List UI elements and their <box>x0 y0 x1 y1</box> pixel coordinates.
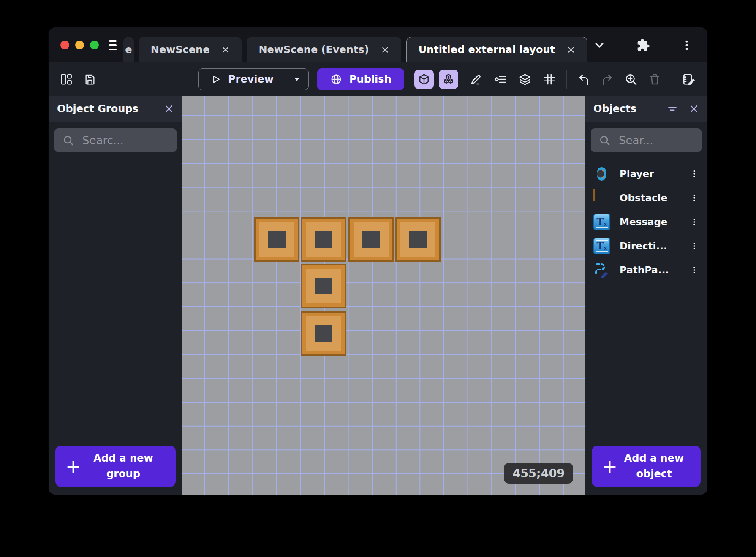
preview-button-label: Preview <box>228 73 274 85</box>
edit-scene-properties-icon[interactable] <box>682 72 696 87</box>
text-object-icon: Tx <box>593 238 610 254</box>
obstacle-tile-instance[interactable] <box>348 217 394 262</box>
open-panels-layout-icon[interactable] <box>60 73 73 86</box>
select-object-cube-tool[interactable] <box>414 70 434 89</box>
object-options-kebab-icon[interactable] <box>687 265 702 275</box>
player-icon <box>593 165 610 182</box>
object-row-message[interactable]: Tx Message <box>593 210 702 234</box>
object-groups-panel: Object Groups Searc... + Add a new group <box>49 96 182 495</box>
objects-panel-footer: + Add a new object <box>585 439 707 495</box>
globe-icon <box>330 73 343 86</box>
tab-label: Untitled external layout <box>419 44 555 56</box>
instances-list-icon[interactable] <box>494 73 507 86</box>
object-groups-panel-header: Object Groups <box>49 96 182 122</box>
tab-label: NewScene <box>151 44 210 56</box>
object-row-pathpaint[interactable]: PathPa... <box>593 258 702 282</box>
redo-icon[interactable] <box>601 73 614 86</box>
object-row-obstacle[interactable]: Obstacle <box>593 186 702 210</box>
extensions-puzzle-icon[interactable] <box>636 38 650 52</box>
toolbar: Preview Publish <box>49 62 707 96</box>
path-paint-icon <box>593 262 610 278</box>
publish-button-label: Publish <box>349 73 392 85</box>
play-icon <box>209 73 221 85</box>
objects-panel-header: Objects <box>585 96 707 122</box>
close-tab-icon[interactable] <box>381 46 389 54</box>
obstacle-tile-instance[interactable] <box>301 264 346 308</box>
edit-pencil-icon[interactable] <box>469 73 483 86</box>
preview-button[interactable]: Preview <box>198 68 309 90</box>
objects-panel-title: Objects <box>593 103 636 115</box>
add-new-group-label: Add a new group <box>81 451 166 482</box>
preview-options-dropdown[interactable] <box>285 69 308 90</box>
undo-icon[interactable] <box>577 73 590 86</box>
cursor-coordinates-badge: 455;409 <box>504 463 573 484</box>
objects-panel: Objects Sear... <box>585 96 707 495</box>
preview-button-main[interactable]: Preview <box>199 69 285 90</box>
obstacle-tile-instance[interactable] <box>301 217 346 262</box>
tab-newscene-events[interactable]: NewScene (Events) <box>247 37 401 62</box>
obstacle-tile-instance[interactable] <box>254 217 299 262</box>
add-new-object-label: Add a new object <box>617 451 691 482</box>
search-placeholder: Sear... <box>619 134 653 147</box>
objects-search-input[interactable]: Sear... <box>591 128 702 152</box>
toolbar-divider <box>566 70 567 89</box>
object-groups-panel-footer: + Add a new group <box>49 439 182 495</box>
object-name: Directi... <box>620 241 667 251</box>
tab-fragment-label: e <box>125 44 132 56</box>
obstacle-tile-instance[interactable] <box>301 311 346 356</box>
zoom-in-icon[interactable] <box>624 73 638 86</box>
close-tab-icon[interactable] <box>221 46 230 54</box>
more-options-kebab-icon[interactable] <box>680 39 693 51</box>
object-groups-search-input[interactable]: Searc... <box>54 128 177 152</box>
close-panel-icon[interactable] <box>164 104 174 114</box>
tab-bar: e NewScene NewScene (Events) Untitled ex… <box>49 27 707 62</box>
object-name: Message <box>620 216 667 227</box>
editor-tools <box>414 70 696 89</box>
object-name: Obstacle <box>620 192 667 203</box>
paint-instances-cubes-tool[interactable] <box>439 70 458 89</box>
close-panel-icon[interactable] <box>689 104 699 114</box>
main-menu-icon[interactable] <box>109 40 117 50</box>
layers-icon[interactable] <box>518 73 532 86</box>
object-options-kebab-icon[interactable] <box>687 193 702 203</box>
tabbar-actions <box>593 38 707 52</box>
close-tab-icon[interactable] <box>567 46 575 54</box>
add-new-group-button[interactable]: + Add a new group <box>55 446 176 487</box>
search-icon <box>598 134 611 147</box>
grid-icon[interactable] <box>543 73 556 86</box>
obstacle-tile-instance[interactable] <box>395 217 441 262</box>
plus-icon: + <box>65 457 81 476</box>
tab-label: NewScene (Events) <box>258 44 369 56</box>
close-window-button[interactable] <box>60 41 69 49</box>
object-name: Player <box>620 168 654 179</box>
object-groups-panel-title: Object Groups <box>57 103 139 115</box>
maximize-window-button[interactable] <box>90 41 99 49</box>
editor-content: 455;409 Object Groups Searc... + Add <box>49 96 707 495</box>
window-controls <box>60 41 99 49</box>
save-icon[interactable] <box>83 73 97 86</box>
object-options-kebab-icon[interactable] <box>687 169 702 178</box>
add-new-object-button[interactable]: + Add a new object <box>592 446 701 487</box>
objects-list: Player Obstacle Tx Message <box>585 162 707 282</box>
search-placeholder: Searc... <box>82 134 124 147</box>
object-name: PathPa... <box>620 265 669 276</box>
tab-list-chevron-icon[interactable] <box>593 38 606 52</box>
obstacle-icon <box>593 189 610 206</box>
scene-canvas[interactable]: 455;409 <box>182 96 585 495</box>
tab-newscene[interactable]: NewScene <box>139 37 242 62</box>
app-window: e NewScene NewScene (Events) Untitled ex… <box>49 27 707 495</box>
text-object-icon: Tx <box>593 214 610 230</box>
toolbar-divider <box>672 70 672 89</box>
object-row-player[interactable]: Player <box>593 162 702 186</box>
tab-overflow-fragment[interactable]: e <box>123 37 134 62</box>
delete-trash-icon[interactable] <box>648 73 661 86</box>
object-row-directions[interactable]: Tx Directi... <box>593 234 702 258</box>
object-options-kebab-icon[interactable] <box>687 241 702 251</box>
tab-untitled-external-layout[interactable]: Untitled external layout <box>406 37 587 62</box>
publish-button[interactable]: Publish <box>317 68 404 90</box>
minimize-window-button[interactable] <box>75 41 84 49</box>
search-icon <box>62 134 75 147</box>
filter-sort-icon[interactable] <box>667 103 678 114</box>
plus-icon: + <box>602 457 617 476</box>
object-options-kebab-icon[interactable] <box>687 217 702 227</box>
